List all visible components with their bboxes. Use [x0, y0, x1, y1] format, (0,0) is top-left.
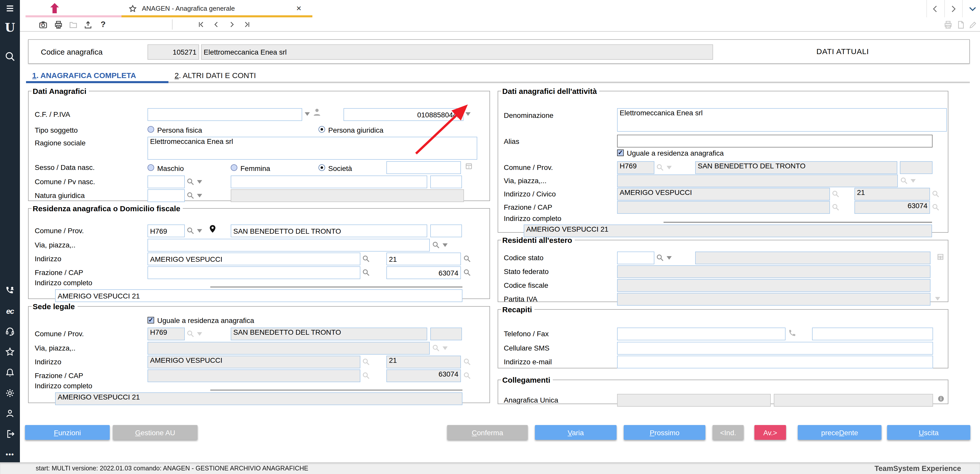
- res-comune-code-field[interactable]: [148, 224, 185, 237]
- pv-nasc-field[interactable]: [430, 175, 462, 188]
- res-civico-search-icon[interactable]: [463, 254, 471, 263]
- cf-dropdown-icon[interactable]: [305, 112, 310, 116]
- natura-giuridica-desc-field: [231, 189, 464, 202]
- home-tab[interactable]: [25, 0, 126, 17]
- attivita-uguale-checkbox[interactable]: ✓: [617, 150, 624, 156]
- headset-icon[interactable]: [0, 325, 20, 337]
- legend-recapiti: Recapiti: [501, 305, 535, 314]
- funzioni-button[interactable]: Funzioni: [25, 425, 110, 440]
- upload-icon[interactable]: [82, 19, 94, 30]
- radio-maschio[interactable]: [148, 164, 154, 171]
- tabs-list-icon[interactable]: [967, 3, 978, 14]
- natura-dropdown-icon[interactable]: [197, 194, 202, 197]
- gear-icon[interactable]: [0, 387, 20, 399]
- nav-first-icon[interactable]: [196, 19, 207, 30]
- user-icon[interactable]: [0, 407, 20, 419]
- res-civico-field[interactable]: [387, 253, 461, 265]
- info-icon[interactable]: [937, 395, 945, 405]
- search-icon[interactable]: [0, 50, 20, 62]
- res-via-search-icon[interactable]: [432, 241, 440, 249]
- comune-nasc-nome-field[interactable]: [231, 175, 427, 188]
- more-icon[interactable]: •••: [0, 448, 20, 460]
- tab-anagen[interactable]: ANAGEN - Anagrafica generale ✕: [121, 0, 312, 17]
- radio-persona-giuridica[interactable]: [318, 126, 325, 133]
- favorite-star-icon[interactable]: [129, 5, 137, 13]
- codice-stato-field[interactable]: [617, 251, 654, 264]
- radio-persona-fisica[interactable]: [148, 126, 154, 133]
- codice-fiscale-estero-field: [617, 279, 931, 292]
- ragione-sociale-field[interactable]: Elettromeccanica Enea srl: [148, 137, 477, 160]
- natura-search-icon[interactable]: [186, 191, 194, 199]
- comune-nasc-search-icon[interactable]: [186, 178, 194, 186]
- fax-field[interactable]: [812, 328, 933, 340]
- phone-icon[interactable]: [788, 329, 796, 339]
- email-field[interactable]: [617, 356, 933, 368]
- res-indirizzo-field[interactable]: [148, 253, 360, 265]
- codice-anagrafica-label: Codice anagrafica: [41, 48, 103, 56]
- res-comune-nome-field[interactable]: [231, 224, 427, 237]
- bell-icon[interactable]: [0, 366, 20, 379]
- ec-logo-icon[interactable]: ec: [0, 305, 20, 317]
- hamburger-icon[interactable]: [0, 2, 20, 14]
- sede-uguale-checkbox[interactable]: ✓: [148, 317, 154, 323]
- sede-frazione-search-icon: [362, 371, 370, 380]
- codice-anagrafica-field[interactable]: [148, 45, 199, 60]
- att-via-dropdown-icon: [911, 179, 916, 183]
- res-frazione-field[interactable]: [148, 266, 360, 279]
- uscita-button[interactable]: Uscita: [887, 425, 970, 440]
- res-cap-search-icon[interactable]: [463, 268, 471, 277]
- res-indirizzo-search-icon[interactable]: [362, 254, 370, 263]
- radio-societa[interactable]: [318, 164, 325, 171]
- res-comune-search-icon[interactable]: [186, 227, 194, 235]
- avanti-button[interactable]: Av.>: [754, 425, 786, 440]
- piva-dropdown-icon[interactable]: [466, 112, 471, 116]
- cf-field[interactable]: [148, 108, 302, 121]
- tab-altri-dati-e-conti[interactable]: 2. ALTRI DATI E CONTI: [175, 71, 256, 80]
- data-nascita-field[interactable]: [387, 161, 461, 174]
- res-completo-field[interactable]: [55, 289, 463, 302]
- prossimo-button[interactable]: Prossimo: [624, 425, 705, 440]
- nav-prev-icon[interactable]: [211, 19, 222, 30]
- comune-nasc-dropdown-icon[interactable]: [197, 180, 202, 184]
- res-via-dropdown-icon[interactable]: [442, 243, 448, 247]
- calendar-icon[interactable]: [465, 162, 473, 172]
- codice-stato-dropdown-icon[interactable]: [667, 256, 672, 260]
- piva-field[interactable]: [344, 108, 463, 121]
- natura-giuridica-label: Natura giuridica: [35, 189, 85, 202]
- star-icon[interactable]: [0, 345, 20, 358]
- tabs-scroll-right-icon[interactable]: [947, 3, 959, 14]
- denominazione-field[interactable]: Elettromeccanica Enea srl: [617, 108, 947, 132]
- alias-field[interactable]: [617, 135, 932, 148]
- toolbar-separator: [172, 19, 172, 30]
- telefono-field[interactable]: [617, 328, 786, 340]
- precedente-button[interactable]: preceDente: [798, 425, 881, 440]
- ragione-sociale-header-field[interactable]: [201, 45, 713, 60]
- close-icon[interactable]: ✕: [296, 5, 302, 12]
- logout-icon[interactable]: [0, 428, 20, 440]
- nav-next-icon[interactable]: [226, 19, 237, 30]
- nav-last-icon[interactable]: [242, 19, 253, 30]
- natura-giuridica-code-field[interactable]: [148, 189, 185, 202]
- comune-nasc-code-field[interactable]: [148, 175, 185, 188]
- print-icon[interactable]: [52, 19, 64, 30]
- tab-anagrafica-completa[interactable]: 1. ANAGRAFICA COMPLETA: [32, 71, 136, 80]
- res-comune-dropdown-icon[interactable]: [197, 229, 202, 233]
- location-pin-icon[interactable]: [208, 224, 217, 236]
- status-text: start: MULTI versione: 2022.01.03 comand…: [36, 463, 308, 474]
- sede-indirizzo-field: AMERIGO VESPUCCI: [148, 356, 360, 368]
- help-icon[interactable]: ?: [97, 19, 109, 30]
- res-frazione-search-icon[interactable]: [362, 268, 370, 277]
- radio-femmina[interactable]: [231, 164, 237, 171]
- camera-icon[interactable]: [37, 19, 48, 30]
- res-prov-field[interactable]: [430, 224, 462, 237]
- att-indirizzo-label: Indirizzo / Civico: [504, 188, 556, 200]
- codice-stato-search-icon[interactable]: [656, 254, 664, 262]
- tabs-scroll-left-icon[interactable]: [929, 3, 941, 14]
- contact-phone-icon[interactable]: [0, 284, 20, 296]
- res-cap-field[interactable]: [387, 266, 461, 279]
- folder-icon[interactable]: [67, 19, 79, 30]
- varia-button[interactable]: Varia: [535, 425, 617, 440]
- res-via-field[interactable]: [148, 239, 430, 251]
- person-lookup-icon[interactable]: [312, 108, 321, 119]
- cellulare-field[interactable]: [617, 342, 933, 355]
